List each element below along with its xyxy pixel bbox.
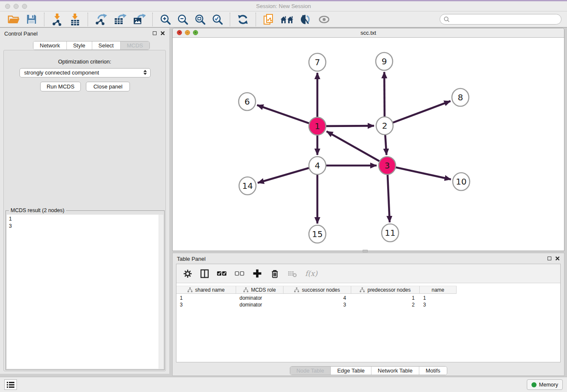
- graph-node-1[interactable]: 1: [309, 117, 326, 135]
- delete-entry-trash-icon[interactable]: [270, 269, 280, 279]
- edge-2-9[interactable]: [384, 72, 385, 118]
- graph-node-10[interactable]: 10: [453, 173, 470, 190]
- zoom-out-button[interactable]: [174, 13, 191, 26]
- cell-shared-name[interactable]: 1: [176, 295, 236, 301]
- network-window-title: scc.txt: [173, 30, 564, 36]
- column-header-shared-name[interactable]: shared name: [176, 286, 236, 294]
- cell-mcds-role[interactable]: dominator: [236, 295, 284, 301]
- memory-button[interactable]: Memory: [527, 379, 563, 390]
- toolbar-search-field[interactable]: [440, 14, 561, 25]
- svg-text:6: 6: [245, 97, 250, 107]
- settings-gear-icon[interactable]: [183, 269, 192, 278]
- hierarchy-icon: [243, 287, 248, 293]
- toggle-column-icon[interactable]: [200, 269, 209, 278]
- eye-icon: [318, 14, 330, 25]
- graph-node-4[interactable]: 4: [309, 157, 326, 174]
- table-row[interactable]: 3 dominator 3 2 3: [176, 301, 457, 308]
- tab-select[interactable]: Select: [92, 41, 121, 50]
- toolbar-separator: [44, 13, 44, 26]
- tab-network-table[interactable]: Network Table: [372, 367, 419, 375]
- cell-predecessor-nodes[interactable]: 2: [351, 301, 420, 308]
- update-network-button[interactable]: [234, 13, 252, 26]
- zoom-in-icon: [160, 14, 171, 25]
- export-image-button[interactable]: [129, 13, 149, 26]
- edge-1-2[interactable]: [325, 126, 374, 126]
- float-panel-icon[interactable]: [548, 257, 551, 260]
- graph-node-6[interactable]: 6: [239, 93, 256, 110]
- export-table-button[interactable]: [110, 13, 129, 26]
- close-panel-button[interactable]: Close panel: [86, 82, 130, 91]
- titlebar[interactable]: Session: New Session: [0, 1, 567, 11]
- cell-shared-name[interactable]: 3: [176, 301, 236, 308]
- network-window-titlebar[interactable]: ✕ − + scc.txt: [173, 28, 564, 38]
- cell-successor-nodes[interactable]: 3: [284, 301, 351, 308]
- tab-mcds[interactable]: MCDS: [121, 41, 149, 50]
- mcds-result-line: 3: [7, 223, 163, 230]
- zoom-selected-button[interactable]: [209, 13, 226, 26]
- cell-mcds-role[interactable]: dominator: [236, 301, 284, 308]
- graph-node-2[interactable]: 2: [376, 117, 393, 135]
- cell-predecessor-nodes[interactable]: 1: [351, 295, 420, 301]
- toolbar-separator: [152, 13, 153, 26]
- search-input[interactable]: [450, 15, 561, 24]
- cell-successor-nodes[interactable]: 4: [284, 295, 351, 301]
- run-mcds-button[interactable]: Run MCDS: [40, 82, 81, 91]
- close-panel-icon[interactable]: [160, 31, 165, 36]
- table-row[interactable]: 1 dominator 4 1 1: [176, 295, 457, 301]
- clone-network-button[interactable]: [260, 13, 277, 26]
- close-panel-icon[interactable]: [555, 256, 560, 261]
- column-header-mcds-role[interactable]: MCDS role: [236, 286, 284, 294]
- show-task-history-button[interactable]: [4, 379, 17, 390]
- edge-1-6[interactable]: [257, 105, 310, 124]
- import-network-button[interactable]: [48, 13, 66, 26]
- function-builder-icon[interactable]: f(x): [305, 269, 317, 278]
- edge-3-1[interactable]: [327, 131, 381, 162]
- apply-layout-home-button[interactable]: [277, 13, 297, 26]
- select-all-icon[interactable]: [217, 269, 227, 278]
- tab-motifs[interactable]: Motifs: [419, 367, 447, 375]
- float-panel-icon[interactable]: [153, 31, 157, 35]
- svg-text:7: 7: [315, 57, 320, 67]
- open-session-button[interactable]: [4, 13, 23, 26]
- tab-node-table[interactable]: Node Table: [290, 367, 331, 375]
- graph-node-3[interactable]: 3: [379, 157, 396, 174]
- mcds-result-textarea[interactable]: 1 3: [7, 215, 163, 369]
- criterion-dropdown[interactable]: strongly connected component: [19, 68, 151, 77]
- save-session-button[interactable]: [23, 13, 40, 26]
- delete-table-icon[interactable]: [288, 270, 297, 278]
- splitter-handle[interactable]: [363, 250, 368, 252]
- column-header-successor-nodes[interactable]: successor nodes: [284, 286, 351, 294]
- add-entry-plus-icon[interactable]: [253, 269, 262, 278]
- memory-label: Memory: [539, 382, 558, 388]
- apply-style-button[interactable]: [297, 13, 315, 26]
- tab-style[interactable]: Style: [67, 41, 92, 50]
- graph-node-7[interactable]: 7: [309, 53, 326, 71]
- edge-2-8[interactable]: [392, 101, 451, 123]
- deselect-all-icon[interactable]: [235, 269, 245, 278]
- workspace: Control Panel Network Style Select MCDS …: [0, 28, 567, 377]
- export-network-button[interactable]: [92, 13, 110, 26]
- network-graph[interactable]: 1234678910111415: [173, 38, 564, 251]
- column-header-predecessor-nodes[interactable]: predecessor nodes: [351, 286, 420, 294]
- graph-node-15[interactable]: 15: [309, 225, 326, 243]
- graph-node-14[interactable]: 14: [239, 177, 256, 195]
- graph-node-11[interactable]: 11: [382, 224, 399, 242]
- cell-name[interactable]: 1: [420, 295, 457, 301]
- edge-2-3[interactable]: [385, 133, 386, 155]
- graph-node-9[interactable]: 9: [376, 52, 393, 70]
- show-graphics-details-button[interactable]: [315, 13, 333, 26]
- tab-edge-table[interactable]: Edge Table: [331, 367, 372, 375]
- edge-3-11[interactable]: [388, 173, 390, 222]
- mcds-result-scrollbar[interactable]: [159, 215, 163, 369]
- edge-4-14[interactable]: [258, 168, 310, 183]
- zoom-fit-button[interactable]: [191, 13, 209, 26]
- cell-name[interactable]: 3: [420, 301, 457, 308]
- control-panel-title: Control Panel: [4, 30, 38, 37]
- column-header-name[interactable]: name: [420, 286, 457, 294]
- zoom-in-button[interactable]: [157, 13, 174, 26]
- graph-node-8[interactable]: 8: [452, 88, 469, 106]
- import-table-button[interactable]: [66, 13, 84, 26]
- tab-network[interactable]: Network: [33, 41, 67, 50]
- toolbar-separator: [256, 13, 256, 26]
- edge-3-10[interactable]: [395, 167, 451, 179]
